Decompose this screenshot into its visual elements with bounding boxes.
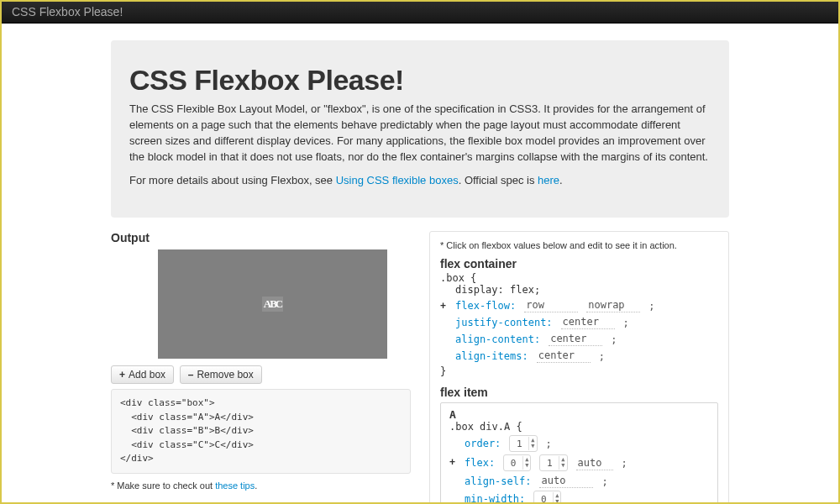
link-using-css-flexible-boxes[interactable]: Using CSS flexible boxes: [336, 174, 459, 186]
hint: * Make sure to check out these tips.: [111, 480, 411, 491]
prop-align-content: align-content: center ;: [440, 332, 718, 346]
key-min-width: min-width:: [465, 493, 525, 504]
hero-p2: For more details about using Flexbox, se…: [129, 173, 711, 189]
link-spec-here[interactable]: here: [538, 174, 559, 186]
hero-p1: The CSS Flexible Box Layout Model, or "f…: [129, 102, 711, 165]
key-order: order:: [465, 438, 501, 449]
key-align-content: align-content:: [455, 333, 540, 345]
key-justify-content: justify-content:: [455, 317, 553, 328]
val-align-self[interactable]: auto: [539, 474, 593, 488]
item-tab[interactable]: A: [449, 408, 709, 421]
spin-arrows-icon[interactable]: ▲▼: [553, 492, 560, 504]
add-box-button[interactable]: +Add box: [111, 365, 174, 384]
spin-arrows-icon[interactable]: ▲▼: [522, 456, 530, 470]
spin-arrows-icon[interactable]: ▲▼: [528, 437, 536, 450]
selector-open: .box {: [440, 272, 718, 284]
flex-grow-spinbox[interactable]: 0▲▼: [503, 454, 531, 471]
prop-flex-flow: + flex-flow: row nowrap ;: [440, 298, 718, 312]
flex-item-a: A .box div.A { order: 1▲▼ ; + flex: 0▲▼ …: [440, 402, 718, 504]
plus-icon[interactable]: +: [440, 300, 446, 312]
topbar: CSS Flexbox Please!: [2, 2, 838, 24]
plus-icon: +: [119, 369, 125, 381]
hero-title: CSS Flexbox Please!: [129, 64, 711, 97]
prop-justify-content: justify-content: center ;: [440, 315, 718, 329]
prop-min-width: min-width: 0▲▼: [449, 491, 709, 504]
val-align-items[interactable]: center: [537, 349, 591, 363]
preview-box: ABC: [158, 249, 387, 359]
key-flex-flow: flex-flow:: [455, 300, 516, 312]
spin-arrows-icon[interactable]: ▲▼: [559, 456, 566, 470]
code-output: <div class="box"> <div class="A">A</div>…: [111, 389, 411, 474]
min-width-spinbox[interactable]: 0▲▼: [533, 491, 561, 504]
item-heading: flex item: [440, 386, 718, 399]
minus-icon: –: [188, 369, 194, 381]
properties-column: * Click on flexbox values below and edit…: [429, 231, 729, 504]
val-flex-flow-1[interactable]: row: [524, 298, 578, 312]
output-column: Output ABC +Add box –Remove box <div cla…: [111, 231, 411, 504]
output-heading: Output: [111, 231, 411, 244]
prop-order: order: 1▲▼ ;: [449, 435, 709, 452]
topbar-title: CSS Flexbox Please!: [12, 5, 123, 18]
item-selector: .box div.A {: [449, 421, 709, 433]
val-flex-flow-2[interactable]: nowrap: [586, 298, 640, 312]
link-these-tips[interactable]: these tips: [215, 480, 255, 491]
val-flex-basis[interactable]: auto: [576, 456, 613, 470]
preview-chips: ABC: [262, 297, 283, 312]
container-heading: flex container: [440, 257, 718, 270]
flex-shrink-spinbox[interactable]: 1▲▼: [539, 454, 567, 471]
val-align-content[interactable]: center: [549, 332, 602, 346]
key-align-items: align-items:: [455, 350, 528, 362]
remove-box-button[interactable]: –Remove box: [180, 365, 262, 384]
selector-close: }: [440, 365, 718, 377]
prop-align-items: align-items: center ;: [440, 349, 718, 363]
key-flex: flex:: [465, 457, 495, 469]
prop-flex: + flex: 0▲▼ 1▲▼ auto ;: [449, 454, 709, 471]
properties-panel: * Click on flexbox values below and edit…: [429, 231, 729, 504]
hero: CSS Flexbox Please! The CSS Flexible Box…: [111, 40, 729, 218]
key-align-self: align-self:: [465, 475, 531, 487]
display-line: display: flex;: [440, 284, 718, 296]
panel-note: * Click on flexbox values below and edit…: [440, 240, 718, 250]
order-spinbox[interactable]: 1▲▼: [509, 435, 537, 452]
prop-align-self: align-self: auto ;: [449, 474, 709, 488]
plus-icon[interactable]: +: [449, 456, 455, 468]
val-justify-content[interactable]: center: [561, 315, 615, 329]
